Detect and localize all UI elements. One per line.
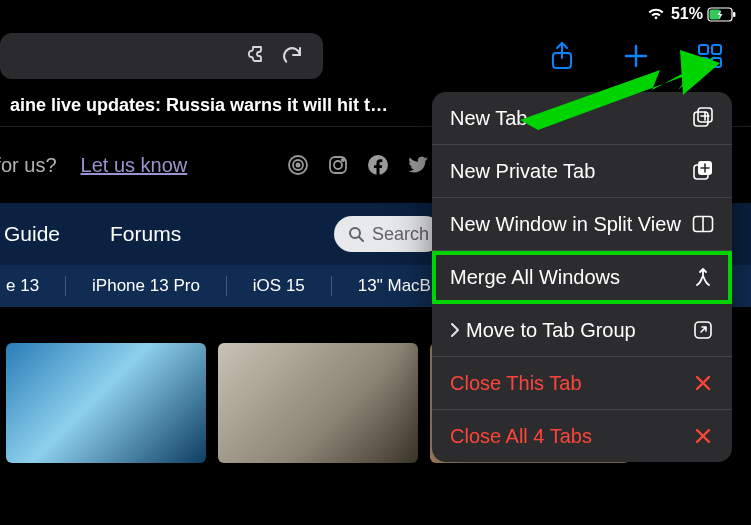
split-view-icon <box>692 215 714 233</box>
menu-label: New Private Tab <box>450 147 692 195</box>
menu-close-all-tabs[interactable]: Close All 4 Tabs <box>432 410 732 462</box>
open-in-new-icon <box>692 320 714 340</box>
battery-percent: 51% <box>671 5 703 23</box>
menu-label: Close This Tab <box>450 359 692 407</box>
svg-rect-16 <box>694 112 708 126</box>
new-tab-plus-icon[interactable] <box>619 39 653 73</box>
svg-rect-5 <box>712 45 721 54</box>
tag-item[interactable]: e 13 <box>0 276 66 296</box>
new-tab-rect-icon <box>692 107 714 129</box>
menu-label: Merge All Windows <box>450 253 692 301</box>
svg-rect-6 <box>699 58 708 67</box>
menu-label: New Tab <box>450 94 692 142</box>
browser-toolbar <box>0 28 751 84</box>
extensions-icon[interactable] <box>241 39 275 73</box>
new-private-tab-icon <box>692 160 714 182</box>
svg-point-12 <box>334 161 342 169</box>
menu-merge-all-windows[interactable]: Merge All Windows <box>432 251 732 304</box>
instagram-icon[interactable] <box>327 154 349 176</box>
share-icon[interactable] <box>545 39 579 73</box>
tabs-context-menu: New Tab New Private Tab New Window in Sp… <box>432 92 732 462</box>
merge-icon <box>692 267 714 287</box>
menu-new-private-tab[interactable]: New Private Tab <box>432 145 732 198</box>
status-bar: 51% <box>0 0 751 28</box>
menu-split-view[interactable]: New Window in Split View <box>432 198 732 251</box>
svg-rect-1 <box>733 12 735 17</box>
menu-close-this-tab[interactable]: Close This Tab <box>432 357 732 410</box>
battery-charging-icon <box>707 7 737 22</box>
article-thumbnail[interactable] <box>6 343 206 463</box>
svg-rect-7 <box>712 58 721 67</box>
site-search-placeholder: Search <box>372 224 429 245</box>
close-icon <box>692 374 714 392</box>
chevron-right-icon <box>450 322 460 338</box>
tip-prompt-text: a tip for us? <box>0 154 57 177</box>
menu-move-to-tab-group[interactable]: Move to Tab Group <box>432 304 732 357</box>
site-search[interactable]: Search <box>334 216 443 252</box>
tip-link[interactable]: Let us know <box>81 154 188 177</box>
svg-point-10 <box>296 163 299 166</box>
svg-point-13 <box>342 159 344 161</box>
nav-guide[interactable]: Guide <box>4 222 60 246</box>
twitter-icon[interactable] <box>407 154 429 176</box>
wifi-icon <box>647 7 665 21</box>
tabs-overview-icon[interactable] <box>693 39 727 73</box>
address-bar[interactable] <box>0 33 323 79</box>
close-icon <box>692 427 714 445</box>
svg-rect-4 <box>699 45 708 54</box>
search-icon <box>348 226 364 242</box>
podcast-icon[interactable] <box>287 154 309 176</box>
tag-item[interactable]: iPhone 13 Pro <box>66 276 227 296</box>
menu-label: New Window in Split View <box>450 200 692 248</box>
nav-forums[interactable]: Forums <box>110 222 181 246</box>
menu-label: Move to Tab Group <box>466 306 692 354</box>
reload-icon[interactable] <box>275 39 309 73</box>
menu-label: Close All 4 Tabs <box>450 412 692 460</box>
tag-item[interactable]: iOS 15 <box>227 276 332 296</box>
article-thumbnail[interactable] <box>218 343 418 463</box>
facebook-icon[interactable] <box>367 154 389 176</box>
ticker-headline-text: aine live updates: Russia warns it will … <box>10 95 388 116</box>
menu-new-tab[interactable]: New Tab <box>432 92 732 145</box>
